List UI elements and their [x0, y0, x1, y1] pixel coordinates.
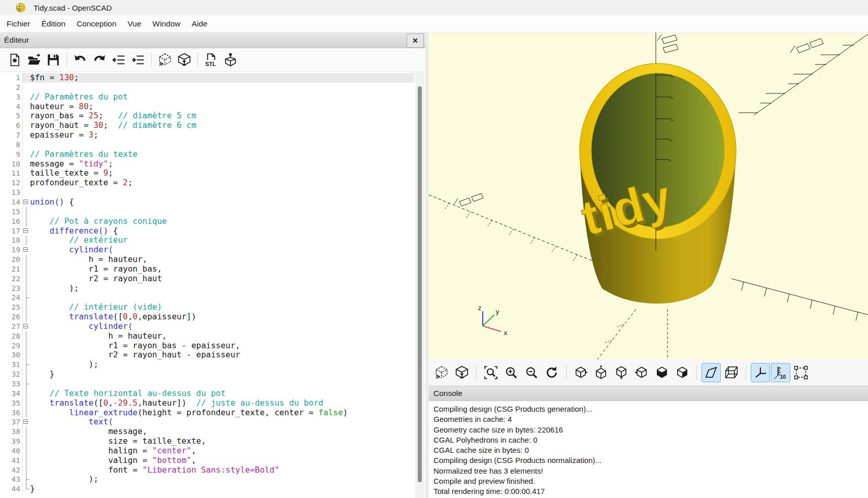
- code-line[interactable]: 8: [0, 140, 414, 150]
- view-top-button[interactable]: [591, 363, 611, 382]
- code-line[interactable]: 4hauteur = 80;: [0, 102, 414, 112]
- code-line[interactable]: 21 r1 = rayon_bas,: [0, 264, 414, 274]
- perspective-button[interactable]: [702, 363, 721, 382]
- fold-toggle[interactable]: [23, 245, 30, 255]
- menu-edition[interactable]: Édition: [36, 15, 71, 32]
- line-number: 25: [0, 303, 22, 312]
- fold-margin: [23, 293, 30, 303]
- fold-margin: [23, 102, 30, 112]
- code-line[interactable]: 14union() {: [0, 197, 414, 207]
- fold-toggle[interactable]: [23, 197, 30, 207]
- redo-button[interactable]: [90, 50, 109, 70]
- code-line[interactable]: 23 );: [0, 284, 414, 293]
- view-right-button[interactable]: [571, 363, 590, 382]
- code-line[interactable]: 12profondeur_texte = 2;: [0, 178, 414, 188]
- menu-window[interactable]: Window: [147, 15, 186, 32]
- view-front-button[interactable]: [652, 363, 672, 382]
- code-line[interactable]: 32 }: [0, 370, 414, 379]
- indent-button[interactable]: [128, 50, 148, 70]
- menu-fichier[interactable]: Fichier: [1, 15, 36, 32]
- code-line[interactable]: 24: [0, 293, 414, 303]
- code-line[interactable]: 22 r2 = rayon_haut: [0, 274, 414, 284]
- show-scale-button[interactable]: 10: [771, 363, 790, 382]
- menu-vue[interactable]: Vue: [122, 15, 147, 32]
- code-text: );: [30, 360, 414, 370]
- code-line[interactable]: 25 // intérieur (vide): [0, 303, 414, 312]
- orthographic-button[interactable]: [722, 363, 741, 382]
- code-line[interactable]: 31 );: [0, 360, 414, 370]
- code-line[interactable]: 41 valign = "bottom",: [0, 456, 414, 466]
- code-line[interactable]: 30 r2 = rayon_haut - epaisseur: [0, 350, 414, 360]
- editor-scrollbar-thumb[interactable]: [418, 86, 422, 482]
- close-editor-button[interactable]: ×: [407, 34, 424, 48]
- code-line[interactable]: 27 cylinder(: [0, 322, 414, 331]
- code-line[interactable]: 39 size = taille_texte,: [0, 437, 414, 446]
- code-line[interactable]: 44}: [0, 484, 414, 494]
- code-line[interactable]: 11taille_texte = 9;: [0, 169, 414, 178]
- code-line[interactable]: 18 // extérieur: [0, 236, 414, 245]
- fold-toggle[interactable]: [23, 417, 30, 427]
- view-all-button[interactable]: [791, 363, 811, 382]
- code-line[interactable]: 17 difference() {: [0, 226, 414, 236]
- unindent-button[interactable]: [109, 50, 128, 70]
- code-line[interactable]: 2: [0, 83, 414, 92]
- reset-view-button[interactable]: [542, 363, 561, 382]
- open-file-button[interactable]: [24, 50, 44, 70]
- save-button[interactable]: [44, 50, 63, 70]
- code-line[interactable]: 5rayon_bas = 25; // diamètre 5 cm: [0, 111, 414, 121]
- export-stl-button[interactable]: STL: [202, 50, 221, 70]
- code-line[interactable]: 40 halign = "center",: [0, 446, 414, 456]
- code-line[interactable]: 13: [0, 188, 414, 197]
- code-line[interactable]: 10message = "tidy";: [0, 159, 414, 169]
- show-axes-button[interactable]: [751, 363, 770, 382]
- code-line[interactable]: 43 );: [0, 475, 414, 484]
- code-line[interactable]: 7epaisseur = 3;: [0, 130, 414, 140]
- code-line[interactable]: 36 linear_extrude(height = profondeur_te…: [0, 408, 414, 418]
- code-line[interactable]: 20 h = hauteur,: [0, 255, 414, 264]
- panel-splitter[interactable]: [425, 32, 429, 498]
- code-line[interactable]: 26 translate([0,0,epaisseur]): [0, 312, 414, 322]
- render-button[interactable]: [175, 50, 194, 70]
- code-line[interactable]: 19 cylinder(: [0, 245, 414, 255]
- code-line[interactable]: 38 message,: [0, 427, 414, 437]
- fold-toggle[interactable]: [23, 322, 30, 331]
- editor-scrollbar[interactable]: [415, 72, 424, 498]
- code-line[interactable]: 6rayon_haut = 30; // diamètre 6 cm: [0, 121, 414, 130]
- zoom-out-button[interactable]: [522, 363, 541, 382]
- menu-conception[interactable]: Conception: [71, 15, 122, 32]
- preview-button[interactable]: »: [432, 363, 451, 382]
- code-line[interactable]: 34 // Texte horizontal au-dessus du pot: [0, 389, 414, 399]
- view-left-button[interactable]: [632, 363, 651, 382]
- code-line[interactable]: 33: [0, 379, 414, 389]
- viewport-3d[interactable]: tidy tidy z y x: [429, 32, 868, 359]
- new-file-button[interactable]: [5, 50, 24, 70]
- zoom-in-icon: [504, 366, 518, 380]
- fold-toggle[interactable]: [23, 226, 30, 236]
- code-line[interactable]: 1$fn = 130;: [0, 73, 414, 83]
- code-line[interactable]: 28 h = hauteur,: [0, 331, 414, 341]
- code-text: h = hauteur,: [30, 331, 414, 341]
- view-back-button[interactable]: [673, 363, 692, 382]
- code-line[interactable]: 16 // Pot à crayons conique: [0, 217, 414, 226]
- code-line[interactable]: 35 translate([0,-29.5,hauteur]) // juste…: [0, 399, 414, 408]
- zoom-in-button[interactable]: [502, 363, 521, 382]
- zoom-all-button[interactable]: [481, 363, 500, 382]
- perspective-icon: [704, 366, 718, 380]
- fold-margin: [23, 178, 30, 188]
- code-editor[interactable]: 1$fn = 130;23// Paramètres du pot4hauteu…: [0, 72, 414, 498]
- code-line[interactable]: 9// Paramètres du texte: [0, 150, 414, 159]
- console-output[interactable]: Compiling design (CSG Products generatio…: [429, 402, 868, 498]
- print-3d-button[interactable]: [221, 50, 240, 70]
- fold-margin: [23, 121, 30, 130]
- code-text: [30, 140, 414, 150]
- code-line[interactable]: 15: [0, 207, 414, 217]
- preview-button[interactable]: »: [155, 50, 175, 70]
- code-line[interactable]: 42 font = "Liberation Sans:style=Bold": [0, 466, 414, 475]
- undo-button[interactable]: [71, 50, 90, 70]
- code-line[interactable]: 3// Paramètres du pot: [0, 92, 414, 102]
- view-bottom-button[interactable]: [612, 363, 631, 382]
- menu-aide[interactable]: Aide: [186, 15, 213, 32]
- render-button[interactable]: [452, 363, 472, 382]
- code-line[interactable]: 37 text(: [0, 417, 414, 427]
- code-line[interactable]: 29 r1 = rayon_bas - epaisseur,: [0, 341, 414, 351]
